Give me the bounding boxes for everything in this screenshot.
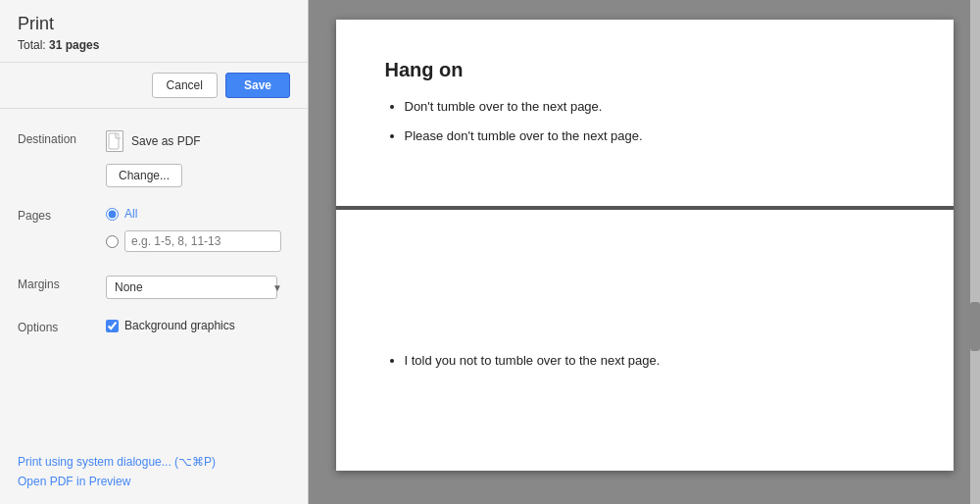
print-title: Print (18, 14, 290, 34)
scrollbar-track (970, 0, 980, 504)
destination-label: Destination (18, 130, 106, 146)
bullet-list-2: I told you not to tumble over to the nex… (405, 351, 905, 371)
preview-page-title: Hang on (385, 59, 905, 81)
save-button[interactable]: Save (225, 73, 290, 98)
pages-input[interactable] (124, 230, 281, 252)
custom-radio[interactable] (106, 235, 119, 248)
all-radio[interactable] (106, 208, 119, 221)
background-graphics-label: Background graphics (124, 319, 235, 332)
options-content: Background graphics (106, 319, 290, 332)
change-button[interactable]: Change... (106, 164, 182, 187)
footer-links: Print using system dialogue... (⌥⌘P) Ope… (0, 445, 308, 504)
margins-select-wrapper: None Default Minimum Custom ▼ (106, 276, 290, 299)
print-header: Print Total: 31 pages (0, 0, 308, 63)
total-pages: 31 pages (49, 38, 99, 52)
print-total: Total: 31 pages (18, 38, 290, 52)
scrollbar-thumb[interactable] (970, 302, 980, 351)
options-section: Options Background graphics (0, 313, 308, 340)
settings-area: Destination Save as PDF Change... (0, 109, 308, 445)
destination-row: Save as PDF (106, 130, 290, 152)
bullet-list: Don't tumble over to the next page. Plea… (405, 97, 905, 145)
bullet-item-1: Don't tumble over to the next page. (405, 97, 905, 117)
bullet-item-3: I told you not to tumble over to the nex… (405, 351, 905, 371)
destination-section: Destination Save as PDF Change... (0, 125, 308, 193)
destination-name: Save as PDF (131, 134, 201, 148)
background-graphics-row: Background graphics (106, 319, 290, 332)
pages-label: Pages (18, 207, 106, 223)
custom-pages-row (106, 230, 290, 252)
pages-content: All (106, 207, 290, 256)
open-pdf-link[interactable]: Open PDF in Preview (18, 475, 290, 488)
margins-select[interactable]: None Default Minimum Custom (106, 276, 277, 299)
destination-content: Save as PDF Change... (106, 130, 290, 187)
system-dialogue-link[interactable]: Print using system dialogue... (⌥⌘P) (18, 455, 290, 469)
button-row: Cancel Save (0, 63, 308, 109)
all-radio-label: All (124, 207, 137, 221)
page-preview: Hang on Don't tumble over to the next pa… (336, 20, 954, 471)
print-panel: Print Total: 31 pages Cancel Save Destin… (0, 0, 309, 504)
pdf-icon (106, 130, 123, 152)
all-pages-row: All (106, 207, 290, 221)
margins-label: Margins (18, 276, 106, 291)
preview-panel: Hang on Don't tumble over to the next pa… (309, 0, 980, 504)
options-label: Options (18, 319, 106, 334)
margins-content: None Default Minimum Custom ▼ (106, 276, 290, 299)
background-graphics-checkbox[interactable] (106, 320, 119, 332)
margins-section: Margins None Default Minimum Custom ▼ (0, 270, 308, 305)
total-label: Total: (18, 38, 46, 52)
cancel-button[interactable]: Cancel (152, 73, 218, 98)
pages-section: Pages All (0, 201, 308, 262)
page-break-line (336, 206, 954, 210)
bullet-item-2: Please don't tumble over to the next pag… (405, 126, 905, 146)
